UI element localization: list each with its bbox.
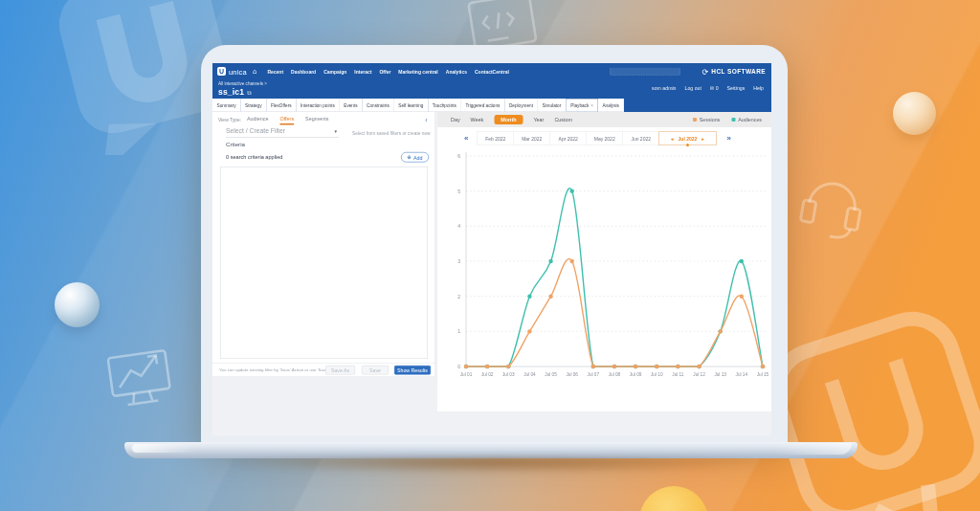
- unica-logo-icon[interactable]: U: [217, 67, 226, 76]
- filter-placeholder: Select / Create Filter: [226, 127, 285, 135]
- view-type-label: View Type:: [218, 117, 241, 122]
- chart-toolbar: DayWeekMonthYearCustom SessionsAudiences: [437, 112, 771, 127]
- user-admin[interactable]: som admin: [652, 85, 676, 91]
- help-link[interactable]: Help: [753, 85, 764, 91]
- show-results-button[interactable]: Show Results: [394, 366, 431, 375]
- tab-constraints[interactable]: Constraints: [363, 99, 394, 112]
- tab-touchpoints[interactable]: Touchpoints: [428, 99, 461, 112]
- month-mar-2022[interactable]: Mar 2022: [514, 132, 550, 145]
- nav-item-analytics[interactable]: Analytics: [446, 69, 467, 75]
- save-as-button[interactable]: Save As: [325, 366, 355, 375]
- month-jun-2022[interactable]: Jun 2022: [623, 132, 659, 145]
- tab-playback[interactable]: Playback×: [566, 99, 598, 112]
- svg-text:Jul 04: Jul 04: [523, 372, 536, 377]
- data-point-audiences: [548, 259, 552, 263]
- month-may-2022[interactable]: May 2022: [587, 132, 623, 145]
- prev-year-button[interactable]: «: [464, 131, 468, 145]
- headphones-icon: [794, 165, 871, 243]
- legend-audiences: Audiences: [731, 117, 762, 122]
- data-point-sessions: [740, 295, 744, 299]
- laptop-screen: U unica ⌂ RecentDashboardCampaignInterac…: [201, 45, 788, 443]
- month-apr-2022[interactable]: Apr 2022: [550, 132, 587, 145]
- nav-item-contactcentral[interactable]: ContactCentral: [475, 69, 509, 75]
- legend-label-audiences: Audiences: [738, 117, 762, 122]
- range-week[interactable]: Week: [471, 117, 484, 122]
- data-point-audiences: [570, 189, 574, 192]
- sphere-decoration: [893, 92, 936, 135]
- tab-self-learning[interactable]: Self learning: [394, 99, 429, 112]
- range-year[interactable]: Year: [533, 117, 544, 122]
- hero-banner: U unica ⌂ RecentDashboardCampaignInterac…: [0, 0, 980, 511]
- search-input[interactable]: [610, 68, 680, 76]
- next-year-button[interactable]: »: [726, 131, 730, 145]
- tab-interaction-points[interactable]: Interaction points: [297, 99, 340, 112]
- mail-indicator[interactable]: ✉ 0: [710, 85, 719, 91]
- home-icon[interactable]: ⌂: [253, 68, 256, 76]
- svg-text:Jul 08: Jul 08: [609, 372, 621, 377]
- view-type-offers[interactable]: Offers: [280, 116, 295, 125]
- line-chart: 0123456Jul 01Jul 02Jul 03Jul 04Jul 05Jul…: [437, 148, 771, 388]
- tab-triggered-actions[interactable]: Triggered actions: [461, 99, 505, 112]
- main-menu: RecentDashboardCampaignInteractOfferMark…: [267, 69, 508, 75]
- page-header-bar: All interactive channels > ss_ic1⧉ som a…: [212, 79, 771, 99]
- nav-item-dashboard[interactable]: Dashboard: [291, 69, 316, 75]
- nav-item-offer[interactable]: Offer: [379, 69, 390, 75]
- save-button[interactable]: Save: [362, 366, 389, 375]
- tab-events[interactable]: Events: [340, 99, 363, 112]
- svg-text:6: 6: [457, 153, 460, 159]
- legend-label-sessions: Sessions: [700, 117, 721, 122]
- data-point-sessions: [761, 365, 765, 368]
- add-criteria-button[interactable]: ⊕Add: [401, 152, 429, 163]
- view-type-options: AudienceOffersSegments: [247, 116, 328, 125]
- nav-item-marketing-central[interactable]: Marketing central: [398, 69, 437, 75]
- filter-panel-footer: You can update existing filter by 'Save'…: [212, 363, 435, 376]
- tab-analysis[interactable]: Analysis: [598, 99, 624, 112]
- collapse-panel-icon[interactable]: ‹: [425, 116, 427, 123]
- logout-link[interactable]: Log out: [685, 85, 702, 91]
- svg-text:Jul 07: Jul 07: [588, 372, 600, 377]
- view-type-segments[interactable]: Segments: [305, 116, 328, 125]
- tab-strategy[interactable]: Strategy: [241, 99, 267, 112]
- caret-down-icon: ▾: [334, 128, 337, 134]
- data-point-sessions: [506, 365, 510, 368]
- data-point-sessions: [634, 365, 637, 368]
- selected-month-label: Jul 2022: [679, 136, 698, 142]
- svg-text:Jul 02: Jul 02: [481, 372, 494, 377]
- month-feb-2022[interactable]: Feb 2022: [478, 132, 514, 145]
- data-point-sessions: [548, 295, 552, 299]
- view-type-audience[interactable]: Audience: [247, 116, 269, 125]
- time-range-buttons: DayWeekMonthYearCustom: [451, 115, 572, 124]
- next-month-icon[interactable]: ▸: [702, 136, 704, 142]
- channel-name: ss_ic1: [218, 87, 244, 97]
- prev-month-icon[interactable]: ◂: [671, 136, 674, 142]
- tab-summary[interactable]: Summary: [212, 99, 241, 112]
- playback-chart-panel: DayWeekMonthYearCustom SessionsAudiences…: [437, 112, 771, 411]
- nav-item-campaign[interactable]: Campaign: [323, 69, 346, 75]
- nav-item-interact[interactable]: Interact: [354, 69, 371, 75]
- tab-flexoffers[interactable]: FlexOffers: [267, 99, 297, 112]
- breadcrumb[interactable]: All interactive channels >: [218, 81, 267, 86]
- nav-item-recent[interactable]: Recent: [267, 69, 283, 75]
- page-title: ss_ic1⧉: [218, 87, 252, 97]
- tab-deployment[interactable]: Deployment: [504, 99, 538, 112]
- range-custom[interactable]: Custom: [554, 117, 572, 122]
- edit-icon[interactable]: ⧉: [247, 89, 251, 96]
- data-point-sessions: [612, 365, 616, 368]
- range-month[interactable]: Month: [494, 115, 523, 124]
- chart-card: «Feb 2022Mar 2022Apr 2022May 2022Jun 202…: [437, 127, 771, 411]
- range-day[interactable]: Day: [451, 117, 460, 122]
- laptop-base: [124, 442, 858, 458]
- data-point-audiences: [527, 295, 531, 299]
- top-navigation-bar: U unica ⌂ RecentDashboardCampaignInterac…: [212, 63, 771, 79]
- tab-simulator[interactable]: Simulator: [538, 99, 566, 112]
- close-tab-icon[interactable]: ×: [590, 103, 593, 108]
- series-line-audiences: [466, 189, 763, 367]
- settings-link[interactable]: Settings: [727, 85, 746, 91]
- filter-select-dropdown[interactable]: Select / Create Filter ▾: [226, 127, 339, 138]
- hcl-software-logo: ⟳ HCL SOFTWARE: [702, 63, 766, 79]
- legend-dot-sessions: [693, 118, 697, 122]
- month-jul-2022[interactable]: ◂Jul 2022▸: [658, 131, 716, 145]
- add-icon: ⊕: [407, 154, 412, 161]
- svg-text:2: 2: [457, 294, 460, 300]
- criteria-heading: Criteria: [226, 141, 245, 147]
